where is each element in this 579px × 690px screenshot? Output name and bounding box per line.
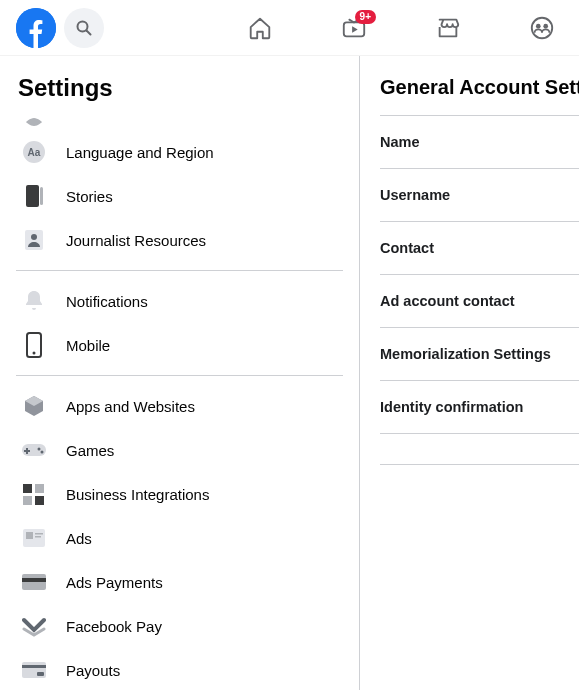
bell-icon [16, 283, 52, 319]
search-button[interactable] [64, 8, 104, 48]
spacer [380, 434, 579, 464]
sidebar-item-label: Mobile [66, 337, 110, 354]
card-icon [16, 564, 52, 600]
sidebar-item-apps[interactable]: Apps and Websites [8, 384, 351, 428]
sidebar-item-label: Ads [66, 530, 92, 547]
svg-point-12 [31, 234, 37, 240]
sidebar-item-business[interactable]: Business Integrations [8, 472, 351, 516]
apps-icon [16, 388, 52, 424]
svg-rect-29 [22, 578, 46, 582]
watch-nav[interactable]: 9+ [334, 8, 374, 48]
svg-rect-22 [23, 496, 32, 505]
business-icon [16, 476, 52, 512]
section-divider [380, 464, 579, 465]
settings-sidebar: Settings Aa Language and Region Stories … [0, 56, 360, 690]
sidebar-item-label: Facebook Pay [66, 618, 162, 635]
mobile-icon [16, 327, 52, 363]
svg-rect-31 [22, 665, 46, 668]
svg-point-6 [543, 24, 548, 29]
settings-row-contact[interactable]: Contact [380, 221, 579, 274]
center-nav: 9+ [240, 0, 562, 56]
content: Settings Aa Language and Region Stories … [0, 56, 579, 690]
sidebar-item-facebook-pay[interactable]: Facebook Pay [8, 604, 351, 648]
sidebar-item-journalist[interactable]: Journalist Resources [8, 218, 351, 262]
top-nav: 9+ [0, 0, 579, 56]
sidebar-item-ads[interactable]: Ads [8, 516, 351, 560]
section-divider [16, 375, 343, 376]
settings-row-identity[interactable]: Identity confirmation [380, 380, 579, 434]
sidebar-item-payouts[interactable]: Payouts [8, 648, 351, 690]
settings-row-memorialization[interactable]: Memorialization Settings [380, 327, 579, 380]
svg-text:Aa: Aa [28, 147, 41, 158]
facebook-logo[interactable] [16, 8, 56, 48]
svg-rect-27 [35, 536, 41, 538]
groups-icon [529, 15, 555, 41]
stories-icon [16, 178, 52, 214]
page-title: General Account Settings [380, 76, 579, 115]
marketplace-icon [435, 15, 461, 41]
groups-nav[interactable] [522, 8, 562, 48]
svg-rect-17 [24, 450, 30, 452]
journalist-icon [16, 222, 52, 258]
sidebar-item-label: Journalist Resources [66, 232, 206, 249]
watch-badge: 9+ [355, 10, 376, 24]
settings-row-username[interactable]: Username [380, 168, 579, 221]
search-icon [76, 20, 92, 36]
svg-rect-32 [37, 672, 44, 676]
svg-rect-10 [40, 187, 43, 205]
settings-row-ad-contact[interactable]: Ad account contact [380, 274, 579, 327]
location-icon [16, 108, 52, 130]
sidebar-item-truncated[interactable] [8, 108, 351, 130]
sidebar-item-ads-payments[interactable]: Ads Payments [8, 560, 351, 604]
sidebar-item-label: Language and Region [66, 144, 214, 161]
svg-rect-9 [26, 185, 39, 207]
section-divider [16, 270, 343, 271]
language-icon: Aa [16, 134, 52, 170]
sidebar-item-notifications[interactable]: Notifications [8, 279, 351, 323]
ads-icon [16, 520, 52, 556]
pay-icon [16, 608, 52, 644]
home-icon [247, 15, 273, 41]
payouts-icon [16, 652, 52, 688]
home-nav[interactable] [240, 8, 280, 48]
sidebar-item-label: Ads Payments [66, 574, 163, 591]
svg-rect-23 [35, 496, 44, 505]
sidebar-item-label: Notifications [66, 293, 148, 310]
svg-point-5 [536, 24, 541, 29]
svg-rect-20 [23, 484, 32, 493]
svg-rect-25 [26, 532, 33, 539]
sidebar-item-label: Business Integrations [66, 486, 209, 503]
svg-point-19 [41, 451, 44, 454]
sidebar-item-label: Apps and Websites [66, 398, 195, 415]
sidebar-item-label: Payouts [66, 662, 120, 679]
sidebar-item-mobile[interactable]: Mobile [8, 323, 351, 367]
sidebar-title: Settings [8, 70, 351, 108]
main-panel: General Account Settings Name Username C… [360, 56, 579, 690]
games-icon [16, 432, 52, 468]
sidebar-item-label: Stories [66, 188, 113, 205]
sidebar-item-language[interactable]: Aa Language and Region [8, 130, 351, 174]
svg-point-18 [38, 448, 41, 451]
sidebar-item-games[interactable]: Games [8, 428, 351, 472]
svg-rect-26 [35, 533, 43, 535]
svg-point-4 [532, 18, 552, 38]
sidebar-item-label: Games [66, 442, 114, 459]
svg-line-2 [87, 30, 91, 34]
svg-rect-21 [35, 484, 44, 493]
marketplace-nav[interactable] [428, 8, 468, 48]
svg-point-14 [33, 352, 36, 355]
sidebar-item-stories[interactable]: Stories [8, 174, 351, 218]
settings-row-name[interactable]: Name [380, 115, 579, 168]
